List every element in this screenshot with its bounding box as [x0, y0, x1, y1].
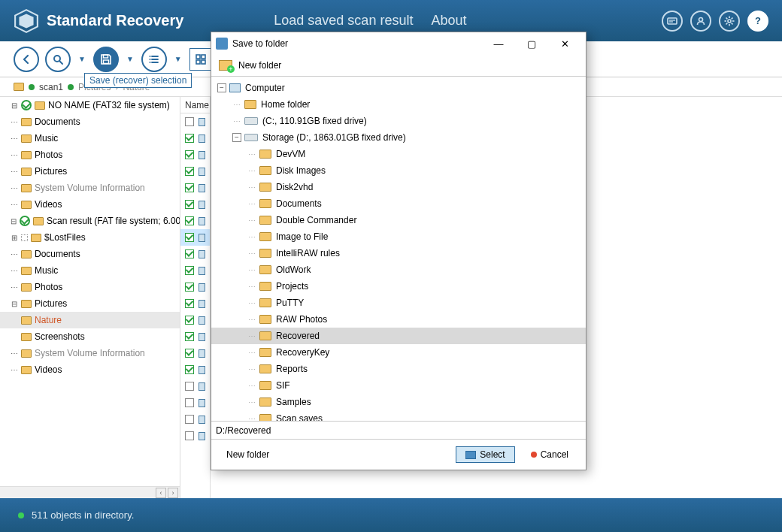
file-row[interactable]	[180, 262, 210, 279]
checkbox[interactable]	[185, 415, 194, 424]
file-row[interactable]	[180, 180, 210, 196]
checkbox[interactable]	[185, 167, 194, 176]
tree-node[interactable]: ⊞$LostFiles	[0, 229, 180, 246]
search-dropdown[interactable]: ▼	[77, 50, 87, 68]
tree-node[interactable]: ⋯System Volume Information	[0, 345, 180, 361]
checkbox[interactable]	[185, 183, 194, 192]
browser-node[interactable]: ⋯IntelliRAW rules	[211, 245, 586, 261]
browser-node[interactable]: −Computer	[211, 80, 586, 96]
grid-view-button[interactable]	[189, 48, 212, 71]
save-button[interactable]	[93, 47, 119, 72]
checkbox[interactable]	[185, 249, 194, 258]
checkbox[interactable]	[185, 299, 194, 308]
tree-node[interactable]: ⋯Pictures	[0, 163, 180, 180]
tree-node[interactable]: ⋯Documents	[0, 246, 180, 262]
file-row[interactable]	[180, 295, 210, 312]
checkbox[interactable]	[185, 150, 194, 159]
user-icon[interactable]	[690, 11, 711, 32]
checkbox[interactable]	[185, 216, 194, 225]
list-view-button[interactable]	[141, 47, 167, 72]
file-row[interactable]	[180, 378, 210, 394]
checkbox[interactable]	[185, 365, 194, 374]
name-column-header[interactable]: Name	[180, 97, 210, 113]
breadcrumb-seg1[interactable]: scan1	[39, 82, 63, 92]
file-row[interactable]	[180, 130, 210, 147]
menu-load-saved[interactable]: Load saved scan result	[274, 13, 413, 29]
browser-node[interactable]: −Storage (D:, 1863.01GB fixed drive)	[211, 129, 586, 146]
maximize-button[interactable]: ▢	[515, 33, 548, 54]
checkbox[interactable]	[185, 134, 194, 143]
checkbox[interactable]	[185, 349, 194, 358]
browser-node[interactable]: ⋯Disk2vhd	[211, 179, 586, 195]
tree-node[interactable]: ⋯Photos	[0, 147, 180, 163]
browser-node[interactable]: ⋯Samples	[211, 394, 586, 410]
browser-node[interactable]: ⋯(C:, 110.91GB fixed drive)	[211, 113, 586, 129]
browser-node[interactable]: ⋯SIF	[211, 377, 586, 394]
tree-node[interactable]: ⊟Pictures	[0, 295, 180, 312]
browser-node[interactable]: ⋯Disk Images	[211, 162, 586, 179]
back-button[interactable]	[14, 47, 39, 72]
file-row[interactable]	[180, 312, 210, 328]
checkbox[interactable]	[185, 398, 194, 407]
browser-node[interactable]: ⋯Recovered	[211, 328, 586, 344]
file-row[interactable]	[180, 246, 210, 262]
file-row[interactable]	[180, 328, 210, 345]
browser-node[interactable]: ⋯RAW Photos	[211, 311, 586, 328]
file-row[interactable]	[180, 345, 210, 361]
tree-node[interactable]: ⋯Videos	[0, 196, 180, 213]
checkbox[interactable]	[185, 283, 194, 292]
new-folder-button[interactable]: New folder	[238, 60, 281, 71]
select-button[interactable]: Select	[456, 446, 514, 463]
tree-node[interactable]: ⋯Music	[0, 130, 180, 147]
checkbox[interactable]	[185, 332, 194, 341]
browser-node[interactable]: ⋯Double Commander	[211, 212, 586, 228]
file-row[interactable]	[180, 229, 210, 246]
tree-node[interactable]: ⋯Music	[0, 262, 180, 279]
file-row[interactable]	[180, 147, 210, 163]
browser-node[interactable]: ⋯Projects	[211, 278, 586, 295]
browser-node[interactable]: ⋯PuTTY	[211, 295, 586, 311]
browser-node[interactable]: ⋯Documents	[211, 195, 586, 212]
browser-node[interactable]: ⋯Scan saves	[211, 410, 586, 422]
file-row[interactable]	[180, 279, 210, 295]
tree-node[interactable]: ⊟NO NAME (FAT32 file system)	[0, 97, 180, 113]
checkbox[interactable]	[185, 382, 194, 391]
license-icon[interactable]	[662, 11, 683, 32]
tree-node[interactable]: ⋯Photos	[0, 279, 180, 295]
checkbox[interactable]	[185, 117, 194, 126]
tree-node[interactable]: ⋯System Volume Information	[0, 180, 180, 196]
browser-node[interactable]: ⋯Image to File	[211, 228, 586, 245]
file-row[interactable]	[180, 113, 210, 130]
browser-node[interactable]: ⋯OldWork	[211, 261, 586, 278]
tree-node[interactable]: Nature	[0, 312, 180, 328]
file-row[interactable]	[180, 213, 210, 229]
checkbox[interactable]	[185, 431, 194, 440]
file-row[interactable]	[180, 196, 210, 213]
checkbox[interactable]	[185, 200, 194, 209]
file-row[interactable]	[180, 411, 210, 428]
dialog-titlebar[interactable]: Save to folder — ▢ ✕	[211, 32, 586, 55]
cancel-button[interactable]: Cancel	[521, 446, 578, 463]
file-row[interactable]	[180, 163, 210, 180]
tree-node[interactable]: ⋯Documents	[0, 113, 180, 130]
search-button[interactable]	[45, 47, 71, 72]
menu-about[interactable]: About	[431, 13, 466, 29]
checkbox[interactable]	[185, 316, 194, 325]
file-row[interactable]	[180, 361, 210, 378]
tree-node[interactable]: ⋯Videos	[0, 361, 180, 378]
browser-node[interactable]: ⋯DevVM	[211, 146, 586, 162]
close-button[interactable]: ✕	[548, 33, 581, 54]
help-icon[interactable]: ?	[747, 11, 768, 32]
minimize-button[interactable]: —	[482, 33, 515, 54]
tree-node[interactable]: Screenshots	[0, 328, 180, 345]
browser-node[interactable]: ⋯Home folder	[211, 96, 586, 113]
file-row[interactable]	[180, 394, 210, 411]
checkbox[interactable]	[185, 233, 194, 242]
tree-node[interactable]: ⊟Scan result (FAT file system; 6.00 GB i…	[0, 213, 180, 229]
list-dropdown[interactable]: ▼	[173, 50, 183, 68]
horizontal-scrollbar[interactable]: ‹›	[0, 486, 180, 498]
settings-icon[interactable]	[719, 11, 740, 32]
new-folder-button-footer[interactable]: New folder	[226, 449, 269, 460]
file-row[interactable]	[180, 428, 210, 444]
browser-node[interactable]: ⋯RecoveryKey	[211, 344, 586, 361]
